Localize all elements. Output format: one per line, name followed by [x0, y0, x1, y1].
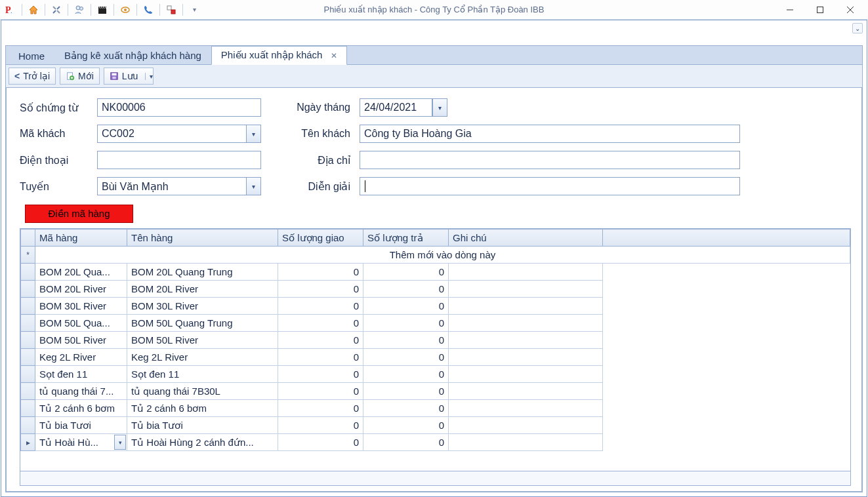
qat-customize-icon[interactable]: ▾: [186, 2, 202, 18]
chevron-down-icon[interactable]: ▾: [246, 125, 260, 142]
date-picker-button[interactable]: ▾: [432, 98, 447, 117]
note-input[interactable]: [360, 177, 740, 195]
cell-name[interactable]: Tủ bia Tươi: [127, 417, 278, 434]
table-row[interactable]: BOM 50L Qua...BOM 50L Quang Trung00: [21, 315, 850, 332]
cell-name[interactable]: BOM 20L River: [127, 281, 278, 298]
col-qty-out[interactable]: Số lượng giao: [278, 229, 363, 247]
cell-remark[interactable]: [449, 417, 603, 434]
save-button[interactable]: Lưu ▾: [104, 68, 154, 85]
cell-qty-out[interactable]: 0: [278, 281, 363, 298]
col-name[interactable]: Tên hàng: [127, 229, 278, 247]
cell-qty-in[interactable]: 0: [363, 434, 449, 451]
cell-code[interactable]: Tủ Hoài Hù...▾: [35, 434, 127, 451]
cell-code[interactable]: BOM 50L River: [35, 332, 127, 349]
table-row[interactable]: Sọt đen 11Sọt đen 1100: [21, 366, 850, 383]
cell-name[interactable]: Keg 2L River: [127, 349, 278, 366]
cell-qty-in[interactable]: 0: [363, 264, 449, 281]
users-icon[interactable]: [72, 2, 87, 18]
cell-qty-out[interactable]: 0: [278, 434, 363, 451]
cell-qty-out[interactable]: 0: [278, 400, 363, 417]
cell-qty-out[interactable]: 0: [278, 383, 363, 400]
maximize-button[interactable]: [805, 0, 835, 20]
cell-qty-in[interactable]: 0: [363, 417, 449, 434]
app-logo-icon[interactable]: P.: [3, 2, 18, 18]
tab-close-icon[interactable]: ✕: [331, 51, 337, 60]
cell-remark[interactable]: [449, 298, 603, 315]
cell-code[interactable]: Tủ 2 cánh 6 bơm: [35, 400, 127, 417]
ribbon-collapse-icon[interactable]: ⌄: [852, 23, 863, 33]
table-row[interactable]: BOM 30L RiverBOM 30L River00: [21, 298, 850, 315]
cust-code-combo[interactable]: CC002 ▾: [97, 125, 261, 143]
cell-remark[interactable]: [449, 400, 603, 417]
table-row[interactable]: BOM 20L RiverBOM 20L River00: [21, 281, 850, 298]
cell-name[interactable]: BOM 30L River: [127, 298, 278, 315]
phone-icon[interactable]: [140, 2, 156, 18]
eye-icon[interactable]: [117, 2, 133, 18]
address-input[interactable]: [360, 151, 740, 169]
cell-qty-out[interactable]: 0: [278, 315, 363, 332]
cell-qty-out[interactable]: 0: [278, 417, 363, 434]
table-row[interactable]: Tủ 2 cánh 6 bơmTủ 2 cánh 6 bơm00: [21, 400, 850, 417]
cell-qty-in[interactable]: 0: [363, 383, 449, 400]
tab-document[interactable]: Phiếu xuất nhập khách ✕: [211, 46, 347, 65]
col-qty-in[interactable]: Số lượng trả: [363, 229, 449, 247]
cell-code[interactable]: Tủ bia Tươi: [35, 417, 127, 434]
cell-name[interactable]: Tủ Hoài Hùng 2 cánh đứn...: [127, 434, 278, 451]
layout-icon[interactable]: [163, 2, 179, 18]
cust-name-input[interactable]: Công ty Bia Hoàng Gia: [360, 125, 740, 143]
col-remark[interactable]: Ghi chú: [449, 229, 603, 247]
cell-qty-in[interactable]: 0: [363, 315, 449, 332]
cell-remark[interactable]: [449, 434, 603, 451]
chevron-down-icon[interactable]: ▾: [246, 178, 260, 195]
cell-code[interactable]: BOM 20L River: [35, 281, 127, 298]
cell-remark[interactable]: [449, 349, 603, 366]
cell-name[interactable]: Sọt đen 11: [127, 366, 278, 383]
cell-name[interactable]: Tủ 2 cánh 6 bơm: [127, 400, 278, 417]
cell-qty-in[interactable]: 0: [363, 298, 449, 315]
save-dropdown-icon[interactable]: ▾: [145, 73, 153, 80]
cell-code[interactable]: BOM 20L Qua...: [35, 264, 127, 281]
fill-item-codes-button[interactable]: Điền mã hàng: [25, 205, 133, 223]
back-button[interactable]: < Trở lại: [9, 68, 56, 85]
cell-remark[interactable]: [449, 332, 603, 349]
cell-qty-out[interactable]: 0: [278, 298, 363, 315]
new-button[interactable]: Mới: [60, 68, 100, 85]
cell-qty-in[interactable]: 0: [363, 332, 449, 349]
table-row[interactable]: Keg 2L RiverKeg 2L River00: [21, 349, 850, 366]
table-row[interactable]: BOM 20L Qua...BOM 20L Quang Trung00: [21, 264, 850, 281]
cell-qty-in[interactable]: 0: [363, 281, 449, 298]
clapper-icon[interactable]: [94, 2, 110, 18]
tab-home[interactable]: Home: [9, 47, 54, 65]
table-row[interactable]: ▸Tủ Hoài Hù...▾Tủ Hoài Hùng 2 cánh đứn..…: [21, 434, 850, 451]
close-button[interactable]: [835, 0, 865, 20]
chevron-down-icon[interactable]: ▾: [114, 435, 126, 450]
cell-code[interactable]: tủ quang thái 7...: [35, 383, 127, 400]
new-row[interactable]: * Thêm mới vào dòng này: [21, 247, 850, 264]
cell-qty-out[interactable]: 0: [278, 332, 363, 349]
cell-qty-out[interactable]: 0: [278, 349, 363, 366]
cell-qty-in[interactable]: 0: [363, 349, 449, 366]
cell-name[interactable]: BOM 50L River: [127, 332, 278, 349]
tools-icon[interactable]: [49, 2, 64, 18]
cell-remark[interactable]: [449, 366, 603, 383]
cell-name[interactable]: BOM 50L Quang Trung: [127, 315, 278, 332]
col-code[interactable]: Mã hàng: [35, 229, 127, 247]
cell-code[interactable]: BOM 50L Qua...: [35, 315, 127, 332]
cell-code[interactable]: Keg 2L River: [35, 349, 127, 366]
table-row[interactable]: Tủ bia TươiTủ bia Tươi00: [21, 417, 850, 434]
minimize-button[interactable]: [775, 0, 805, 20]
cell-qty-out[interactable]: 0: [278, 366, 363, 383]
cell-qty-in[interactable]: 0: [363, 366, 449, 383]
cell-code[interactable]: Sọt đen 11: [35, 366, 127, 383]
cell-remark[interactable]: [449, 383, 603, 400]
home-icon[interactable]: [26, 2, 41, 18]
cell-remark[interactable]: [449, 315, 603, 332]
voucher-no-input[interactable]: NK00006: [97, 98, 261, 117]
cell-remark[interactable]: [449, 281, 603, 298]
tab-list[interactable]: Bảng kê xuất nhập khách hàng: [54, 47, 211, 65]
cell-qty-out[interactable]: 0: [278, 264, 363, 281]
cell-qty-in[interactable]: 0: [363, 400, 449, 417]
cell-name[interactable]: tủ quang thái 7B30L: [127, 383, 278, 400]
route-combo[interactable]: Bùi Văn Mạnh ▾: [97, 177, 261, 195]
table-row[interactable]: BOM 50L RiverBOM 50L River00: [21, 332, 850, 349]
